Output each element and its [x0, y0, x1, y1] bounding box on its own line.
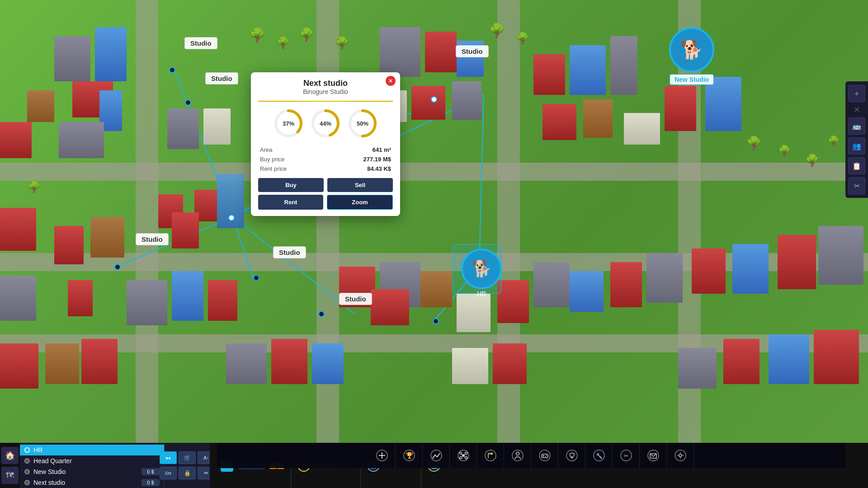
ctrl-toggle[interactable]: ●●: [160, 451, 177, 464]
sidebar-item-ns-badge: 0 $: [142, 468, 160, 475]
toolbar-people[interactable]: 👥: [848, 137, 865, 155]
sidebar-item-hq-label: Head Quarter: [33, 457, 160, 465]
studio-label-4: Studio: [273, 246, 306, 258]
svg-line-35: [462, 456, 462, 457]
area-value: 641 m²: [373, 146, 391, 153]
progress-50: 50%: [348, 109, 377, 138]
sidebar-item-hq[interactable]: Head Quarter: [20, 455, 164, 466]
svg-line-34: [465, 454, 465, 455]
buy-price-label: Buy price: [260, 156, 284, 163]
sidebar-item-hq-dot: [24, 458, 30, 464]
ctrl-shop[interactable]: 🛒: [179, 451, 196, 464]
dot-marker-1: [169, 67, 175, 73]
dot-marker-2: [185, 99, 191, 106]
sidebar-item-ns-label: New Studio: [33, 468, 138, 475]
svg-point-57: [675, 450, 686, 461]
bottom-nav: 🏆 🔧 ✂: [217, 443, 845, 468]
nav-controller[interactable]: [531, 443, 558, 468]
nav-scissors[interactable]: ✂: [613, 443, 640, 468]
svg-point-28: [462, 454, 465, 457]
studio-label-1: Studio: [184, 37, 217, 49]
buy-price-value: 277.19 M$: [363, 156, 391, 163]
svg-text:🏆: 🏆: [405, 452, 413, 460]
svg-point-48: [545, 456, 546, 457]
nav-mail[interactable]: [640, 443, 667, 468]
progress-50-label: 50%: [357, 120, 368, 127]
btn-row-2: Rent Zoom: [258, 195, 393, 210]
ctrl-top-row: ●● 🛒 A↑: [160, 451, 215, 464]
rent-price-value: 84.43 K$: [367, 165, 391, 172]
buy-button[interactable]: Buy: [258, 178, 324, 192]
svg-line-36: [465, 456, 465, 457]
modal-title: Next studio: [258, 79, 393, 88]
dot-marker-3: [114, 264, 121, 270]
sidebar-item-nxts-label: Next studio: [33, 479, 138, 486]
new-studio-badge: 🐕 New Studio: [669, 27, 714, 85]
sidebar-list: HR Head Quarter New Studio 0 $ Next stud…: [20, 443, 165, 488]
svg-point-49: [566, 450, 577, 461]
nav-flag[interactable]: [477, 443, 504, 468]
highlight-area: [452, 244, 502, 294]
svg-point-26: [431, 450, 442, 461]
dot-marker-4: [253, 275, 259, 281]
sell-button[interactable]: Sell: [327, 178, 393, 192]
studio-label-5: Studio: [339, 293, 372, 305]
progress-44-label: 44%: [320, 120, 331, 127]
next-studio-modal: Next studio Binogure Studio × 37% 44: [251, 72, 400, 216]
svg-point-47: [546, 455, 547, 456]
zoom-button[interactable]: Zoom: [327, 195, 393, 210]
toolbar-scissors[interactable]: ✂: [848, 177, 865, 194]
area-label: Area: [260, 146, 272, 153]
modal-info: Area 641 m² Buy price 277.19 M$ Rent pri…: [251, 142, 400, 178]
ctrl-zzz[interactable]: Zzz: [160, 467, 177, 479]
modal-divider: [258, 101, 393, 102]
nav-person[interactable]: [504, 443, 531, 468]
buy-price-row: Buy price 277.19 M$: [260, 155, 391, 164]
nav-settings[interactable]: [667, 443, 694, 468]
nav-connections[interactable]: [450, 443, 477, 468]
studio-label-6: Studio: [456, 45, 489, 57]
sidebar-item-hr-dot: [24, 447, 30, 453]
modal-header: Next studio Binogure Studio ×: [251, 72, 400, 98]
studio-label-3: Studio: [136, 233, 169, 245]
sidebar-home-icon[interactable]: 🏠: [1, 447, 19, 464]
nav-chart[interactable]: [423, 443, 450, 468]
sidebar-item-next-studio[interactable]: Next studio 0 $: [20, 477, 164, 488]
controls-row: ●● 🛒 A↑ Zzz 🔒 ✂: [165, 443, 210, 488]
modal-subtitle: Binogure Studio: [258, 88, 393, 95]
nav-add[interactable]: [368, 443, 396, 468]
nav-trophy[interactable]: 🏆: [396, 443, 423, 468]
area-row: Area 641 m²: [260, 145, 391, 155]
sidebar-item-nxts-dot: [24, 480, 30, 485]
sidebar-map-icon[interactable]: 🗺: [1, 467, 19, 484]
progress-37-label: 37%: [283, 120, 294, 127]
svg-text:✂: ✂: [624, 453, 628, 459]
svg-point-55: [648, 450, 659, 461]
svg-text:🔧: 🔧: [595, 452, 602, 459]
btn-row-1: Buy Sell: [258, 178, 393, 192]
ctrl-bottom-row: Zzz 🔒 ✂: [160, 467, 215, 479]
rent-price-row: Rent price 84.43 K$: [260, 164, 391, 174]
svg-point-42: [516, 452, 519, 455]
svg-rect-39: [491, 453, 493, 455]
sidebar-item-hr[interactable]: HR: [20, 445, 164, 455]
toolbar-bus[interactable]: 🚌: [848, 117, 865, 135]
nav-leaf[interactable]: [558, 443, 585, 468]
new-studio-label: New Studio: [670, 74, 714, 85]
right-toolbar: ＋ ✕ 🚌 👥 📋 ✂: [845, 81, 868, 198]
dot-marker-7: [318, 311, 325, 317]
modal-close-button[interactable]: ×: [386, 76, 396, 86]
toolbar-zoom-in[interactable]: ＋: [848, 85, 865, 102]
dot-marker-5: [228, 215, 235, 221]
nav-tools[interactable]: 🔧: [585, 443, 613, 468]
dot-marker-6: [431, 96, 437, 103]
sidebar-icon-col: 🏠 🗺: [0, 443, 20, 488]
ctrl-lock[interactable]: 🔒: [179, 467, 196, 479]
sidebar-item-nxts-badge: 0 $: [142, 479, 160, 486]
sidebar-item-hr-label: HR: [33, 446, 160, 454]
rent-price-label: Rent price: [260, 165, 287, 172]
toolbar-clipboard[interactable]: 📋: [848, 157, 865, 174]
new-studio-circle: 🐕: [669, 27, 714, 72]
rent-button[interactable]: Rent: [258, 195, 323, 210]
sidebar-item-new-studio[interactable]: New Studio 0 $: [20, 466, 164, 477]
